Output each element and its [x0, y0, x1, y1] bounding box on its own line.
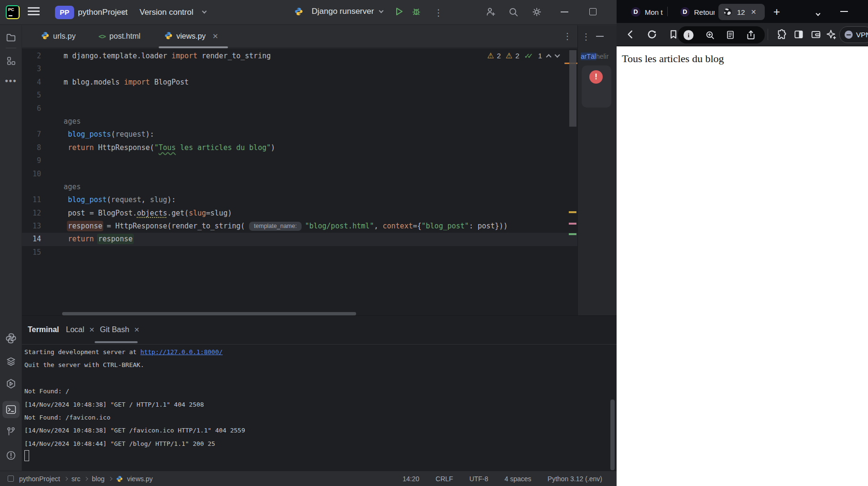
stripe-mark-ok[interactable]	[569, 233, 576, 235]
code-line[interactable]: 10	[22, 168, 577, 181]
extensions-icon[interactable]	[776, 29, 787, 40]
search-icon[interactable]	[508, 7, 519, 17]
window-maximize-button[interactable]	[589, 8, 597, 15]
browser-tab[interactable]: DRetour	[675, 4, 715, 20]
vpn-button[interactable]: VPN	[839, 26, 868, 43]
prev-problem-icon[interactable]	[546, 54, 551, 59]
close-icon[interactable]: ✕	[89, 326, 95, 334]
project-name[interactable]: pythonProject	[78, 8, 128, 17]
terminal-text: [14/Nov/2024 10:48:38] "GET /favicon.ico…	[24, 427, 245, 434]
close-icon[interactable]: ✕	[212, 32, 218, 41]
browser-tab[interactable]: 12✕	[718, 4, 765, 20]
breadcrumb-item[interactable]: src	[72, 475, 81, 483]
code-line[interactable]: 3	[22, 63, 577, 76]
run-button[interactable]	[394, 7, 404, 16]
status-item[interactable]: Python 3.12 (.env)	[548, 475, 602, 483]
new-tab-button[interactable]: +	[773, 5, 780, 19]
terminal-link[interactable]: http://127.0.0.1:8000/	[141, 348, 223, 356]
version-control-chevron-icon[interactable]	[202, 9, 207, 14]
code-editor[interactable]: 2m django.template.loader import render_…	[22, 48, 577, 315]
code-line[interactable]: 5	[22, 89, 577, 102]
more-tool-windows-icon[interactable]: •••	[5, 75, 17, 86]
editor-tab-options-icon[interactable]: ⋮	[563, 31, 572, 42]
code-line[interactable]: 7 blog_posts(request):	[22, 128, 577, 141]
address-bar[interactable]: i	[678, 26, 765, 43]
line-number: 15	[22, 246, 64, 259]
debug-button[interactable]	[412, 7, 421, 16]
code-line[interactable]: 4m blog.models import BlogPost	[22, 76, 577, 89]
code-line[interactable]: 11 blog_post(request, slug):	[22, 194, 577, 206]
next-problem-icon[interactable]	[554, 52, 560, 57]
pycharm-logo-icon[interactable]: PC	[6, 5, 20, 19]
browser-tab[interactable]: DMon t	[626, 4, 665, 20]
browser-minimize-button[interactable]	[840, 11, 848, 12]
code-segment	[64, 143, 68, 152]
code-line[interactable]: 14 return response	[22, 233, 577, 246]
terminal-tab-local[interactable]: Local✕	[66, 325, 95, 334]
more-actions-icon[interactable]: ⋮	[434, 7, 443, 18]
code-line[interactable]: 15	[22, 246, 577, 259]
terminal-tool-button[interactable]	[2, 401, 20, 418]
project-folder-icon[interactable]	[5, 32, 17, 43]
bookmark-icon[interactable]	[668, 29, 679, 40]
share-icon[interactable]	[746, 30, 756, 40]
breadcrumb-item[interactable]: pythonProject	[19, 475, 60, 483]
strip-options-icon[interactable]: ⋮	[582, 32, 590, 42]
python-packages-icon[interactable]	[5, 333, 17, 344]
terminal-tab-title[interactable]: Terminal	[28, 325, 59, 334]
code-line[interactable]: 12 post = BlogPost.objects.get(slug=slug…	[22, 207, 577, 220]
wallet-icon[interactable]	[811, 29, 821, 40]
stripe-mark-error[interactable]	[569, 223, 576, 225]
editor-tab-post-html[interactable]: <>post.html	[98, 25, 141, 47]
terminal-output[interactable]: Starting development server at http://12…	[24, 346, 598, 450]
window-minimize-button[interactable]	[561, 11, 568, 12]
close-icon[interactable]: ✕	[134, 326, 140, 334]
structure-icon[interactable]	[5, 55, 17, 66]
editor-tab-urls-py[interactable]: urls.py	[41, 25, 76, 47]
close-icon[interactable]: ✕	[751, 8, 757, 16]
stripe-mark-warning[interactable]	[569, 211, 576, 213]
main-menu-icon[interactable]	[28, 7, 40, 18]
inspections-widget[interactable]: ⚠2 ⚠2 ✓✓1	[487, 51, 559, 60]
add-user-icon[interactable]	[485, 7, 496, 17]
version-control-menu[interactable]: Version control	[140, 8, 193, 17]
code-line[interactable]: 8 return HttpResponse("Tous les articles…	[22, 141, 577, 154]
run-config-name[interactable]: Django runserver	[312, 7, 374, 16]
code-segment: slug	[189, 209, 206, 217]
terminal-scrollbar[interactable]	[610, 400, 615, 470]
status-item[interactable]: 14:20	[402, 475, 419, 483]
project-badge[interactable]: PP	[55, 6, 74, 19]
breadcrumb-item[interactable]: blog	[92, 475, 104, 483]
settings-gear-icon[interactable]	[532, 7, 542, 17]
code-line[interactable]: ages	[22, 181, 577, 194]
run-config-chevron-icon[interactable]	[379, 8, 384, 13]
code-segment: = HttpResponse(render_to_string(	[102, 222, 245, 230]
code-line[interactable]: 13 response = HttpResponse(render_to_str…	[22, 220, 577, 233]
back-icon[interactable]	[625, 29, 636, 40]
layers-icon[interactable]	[5, 356, 17, 367]
terminal-tab-gitbash[interactable]: Git Bash✕	[100, 325, 140, 334]
code-line[interactable]: 9	[22, 154, 577, 167]
problems-icon[interactable]	[5, 450, 17, 461]
status-item[interactable]: UTF-8	[469, 475, 488, 483]
reload-icon[interactable]	[646, 29, 658, 40]
code-line[interactable]: 6	[22, 102, 577, 115]
editor-tab-views-py[interactable]: views.py✕	[164, 25, 218, 47]
zoom-icon[interactable]	[705, 30, 715, 40]
reader-mode-icon[interactable]	[726, 30, 735, 40]
strip-hide-icon[interactable]	[596, 36, 604, 37]
line-number: 6	[22, 102, 64, 115]
sidebar-toggle-icon[interactable]	[793, 29, 804, 40]
editor-horizontal-scrollbar[interactable]	[62, 312, 356, 315]
status-item[interactable]: CRLF	[435, 475, 453, 483]
editor-vertical-scrollbar[interactable]	[569, 50, 576, 127]
status-item[interactable]: 4 spaces	[505, 475, 532, 483]
ai-sparkle-icon[interactable]	[826, 29, 837, 40]
site-info-icon[interactable]: i	[684, 30, 694, 40]
tab-list-chevron-icon[interactable]	[816, 9, 820, 17]
services-icon[interactable]	[5, 378, 17, 389]
git-icon[interactable]	[5, 426, 17, 437]
notification-panel[interactable]: !	[582, 65, 611, 108]
breadcrumb-item[interactable]: views.py	[127, 475, 153, 483]
code-line[interactable]: ages	[22, 115, 577, 128]
